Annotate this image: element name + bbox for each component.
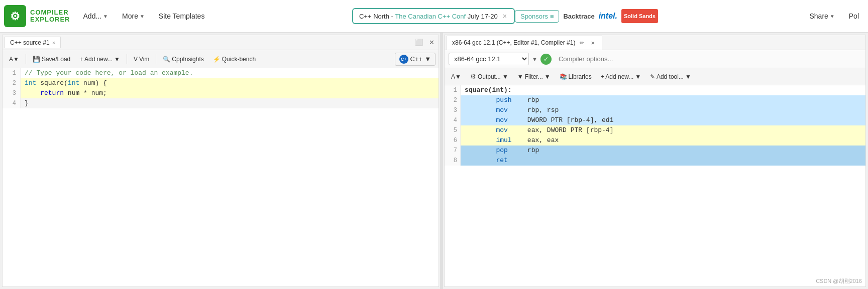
- add-tool-button[interactable]: ✎ Add tool... ▼: [646, 72, 695, 82]
- svg-text:⚙: ⚙: [10, 10, 20, 23]
- chevron-down-icon: ▼: [532, 56, 537, 62]
- language-selector[interactable]: C+ C++ ▼: [395, 53, 436, 66]
- lang-dropdown-arrow: ▼: [424, 55, 431, 63]
- compile-ok-icon: ✓: [540, 54, 552, 65]
- footer-credit: CSDN @胡刚2016: [816, 277, 862, 285]
- conf-link[interactable]: The Canadian C++ Conf: [395, 13, 466, 20]
- editor-pane: C++ source #1 × ⬜ ✕ A▼ 💾 Save/Load + Add…: [2, 35, 439, 287]
- main-area: C++ source #1 × ⬜ ✕ A▼ 💾 Save/Load + Add…: [0, 33, 868, 289]
- libraries-button[interactable]: 📚 Libraries: [556, 72, 595, 82]
- asm-line-4: 4 mov DWORD PTR [rbp-4], edi: [445, 115, 865, 125]
- banner-text: C++ North - The Canadian C++ Conf July 1…: [359, 13, 498, 20]
- code-line-1: 1 // Type your code here, or load an exa…: [3, 68, 439, 78]
- more-button[interactable]: More ▼: [117, 10, 150, 22]
- banner-area: C++ North - The Canadian C++ Conf July 1…: [213, 8, 800, 24]
- editor-tab-label: C++ source #1: [10, 39, 50, 46]
- compiler-pane: x86-64 gcc 12.1 (C++, Editor #1, Compile…: [444, 35, 866, 287]
- share-dropdown-arrow: ▼: [830, 14, 835, 19]
- filter-arrow: ▼: [545, 73, 551, 80]
- code-line-3: 3 return num * num;: [3, 88, 439, 98]
- logo-text: COMPILER EXPLORER: [30, 9, 70, 24]
- add-dropdown-arrow: ▼: [103, 14, 108, 19]
- lib-icon: 📚: [560, 73, 567, 80]
- quick-bench-button[interactable]: ⚡ Quick-bench: [209, 54, 259, 64]
- vim-icon: V: [134, 56, 138, 63]
- cpp-insights-button[interactable]: 🔍 CppInsights: [159, 54, 207, 64]
- pane-divider[interactable]: [440, 33, 443, 289]
- gear-icon: ⚙: [470, 73, 476, 80]
- logo-line1: COMPILER: [30, 9, 70, 16]
- asm-line-6: 6 imul eax, eax: [445, 135, 865, 146]
- rename-compiler-button[interactable]: ✏: [578, 39, 586, 47]
- asm-line-1: 1 square(int):: [445, 85, 865, 95]
- solidands-logo: Solid Sands: [621, 9, 658, 23]
- code-line-4: 4 }: [3, 98, 439, 108]
- banner-close-button[interactable]: ×: [502, 12, 508, 20]
- add-new-output-arrow: ▼: [635, 73, 641, 80]
- output-button[interactable]: ⚙ Output... ▼: [467, 71, 512, 82]
- cpp-logo: C+: [399, 55, 408, 64]
- filter-button[interactable]: ▼ Filter... ▼: [514, 72, 554, 82]
- insights-icon: 🔍: [163, 56, 170, 63]
- logo-line2: EXPLORER: [30, 16, 70, 23]
- banner-box: C++ North - The Canadian C++ Conf July 1…: [352, 8, 515, 24]
- editor-toolbar: A▼ 💾 Save/Load + Add new... ▼ V Vim 🔍 Cp…: [3, 50, 439, 68]
- editor-tab-bar: C++ source #1 × ⬜ ✕: [3, 35, 439, 50]
- editor-tab-close[interactable]: ×: [52, 40, 55, 46]
- output-arrow: ▼: [502, 73, 508, 80]
- add-new-button[interactable]: + Add new... ▼: [76, 54, 124, 64]
- editor-pane-actions: ⬜ ✕: [413, 38, 437, 47]
- add-new-output-button[interactable]: + Add new... ▼: [597, 72, 645, 82]
- asm-line-3: 3 mov rbp, rsp: [445, 105, 865, 115]
- code-line-2: 2 int square(int num) {: [3, 78, 439, 88]
- compiler-tab-label: x86-64 gcc 12.1 (C++, Editor #1, Compile…: [452, 39, 575, 46]
- font-button[interactable]: A▼: [6, 54, 23, 64]
- sponsors-button[interactable]: Sponsors ≡: [515, 10, 560, 23]
- editor-tab[interactable]: C++ source #1 ×: [5, 37, 61, 48]
- save-load-button[interactable]: 💾 Save/Load: [29, 54, 74, 64]
- site-templates-button[interactable]: Site Templates: [154, 10, 210, 22]
- add-button[interactable]: Add... ▼: [78, 10, 114, 22]
- compiler-selector[interactable]: x86-64 gcc 12.1: [449, 53, 529, 65]
- add-new-arrow: ▼: [114, 56, 120, 63]
- divider2: [127, 54, 127, 64]
- divider3: [156, 54, 156, 64]
- asm-area[interactable]: 1 square(int): 2 push rbp 3 mov rbp, rsp…: [445, 85, 865, 286]
- code-area[interactable]: 1 // Type your code here, or load an exa…: [3, 68, 439, 286]
- font-out-button[interactable]: A▼: [448, 72, 465, 82]
- add-tool-arrow: ▼: [685, 73, 691, 80]
- bar-icon: ≡: [550, 13, 554, 20]
- navbar: ⚙ COMPILER EXPLORER Add... ▼ More ▼ Site…: [0, 0, 868, 33]
- vim-button[interactable]: V Vim: [130, 54, 153, 64]
- compiler-tab-bar: x86-64 gcc 12.1 (C++, Editor #1, Compile…: [445, 35, 865, 50]
- logo-area: ⚙ COMPILER EXPLORER: [4, 5, 70, 27]
- backtrace-logo: Backtrace: [563, 9, 594, 23]
- asm-line-7: 7 pop rbp: [445, 146, 865, 156]
- funnel-icon: ▼: [517, 73, 523, 80]
- language-label: C++: [410, 55, 423, 63]
- pol-button[interactable]: Pol: [844, 10, 864, 22]
- close-editor-button[interactable]: ✕: [427, 38, 437, 47]
- asm-line-2: 2 push rbp: [445, 95, 865, 105]
- maximize-button[interactable]: ⬜: [413, 38, 425, 47]
- sponsor-logos: Backtrace intel. Solid Sands: [559, 9, 662, 23]
- save-icon: 💾: [33, 56, 40, 63]
- logo-icon: ⚙: [4, 5, 26, 27]
- asm-line-8: 8 ret: [445, 156, 865, 166]
- intel-logo: intel.: [599, 9, 617, 23]
- more-dropdown-arrow: ▼: [140, 14, 145, 19]
- compiler-options-input[interactable]: [555, 54, 861, 64]
- share-button[interactable]: Share ▼: [805, 10, 840, 22]
- compiler-tab[interactable]: x86-64 gcc 12.1 (C++, Editor #1, Compile…: [447, 36, 602, 50]
- compiler-toolbar: x86-64 gcc 12.1 ▼ ✓: [445, 50, 865, 68]
- divider1: [26, 54, 26, 64]
- output-toolbar: A▼ ⚙ Output... ▼ ▼ Filter... ▼ 📚 Librari…: [445, 68, 865, 85]
- asm-line-5: 5 mov eax, DWORD PTR [rbp-4]: [445, 125, 865, 135]
- close-compiler-tab[interactable]: ×: [589, 38, 597, 48]
- bench-icon: ⚡: [213, 56, 221, 63]
